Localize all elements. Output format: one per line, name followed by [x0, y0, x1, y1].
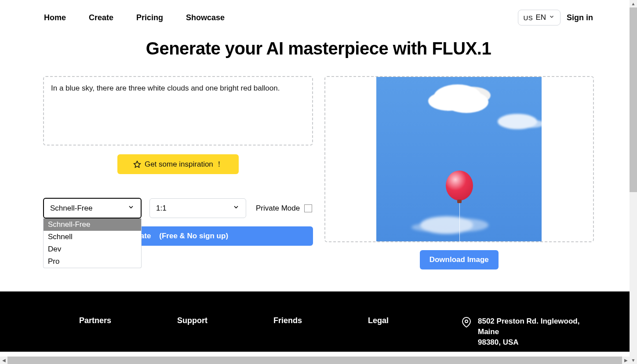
svg-marker-0	[134, 161, 140, 167]
page-title: Generate your AI masterpiece with FLUX.1	[0, 39, 637, 58]
model-option-dev[interactable]: Dev	[44, 243, 141, 255]
chevron-down-icon	[127, 204, 135, 213]
scrollbar-thumb[interactable]	[630, 7, 637, 192]
generated-image-box	[324, 76, 594, 242]
cloud-graphic	[498, 114, 537, 129]
lang-country: US	[524, 14, 533, 22]
nav-home[interactable]: Home	[44, 13, 66, 22]
star-icon	[133, 160, 141, 168]
model-option-schnell[interactable]: Schnell	[44, 231, 141, 243]
balloon-graphic	[446, 171, 473, 200]
inspiration-label: Get some inspiration ！	[145, 159, 223, 169]
footer-legal-heading: Legal	[368, 316, 389, 325]
inspiration-button[interactable]: Get some inspiration ！	[117, 154, 239, 174]
balloon-string-graphic	[459, 202, 460, 242]
nav-showcase[interactable]: Showcase	[186, 13, 225, 22]
footer: Partners Support Friends Legal 8502 Pres…	[0, 291, 637, 352]
private-mode-checkbox[interactable]	[304, 204, 312, 212]
download-button[interactable]: Download Image	[420, 250, 499, 269]
cloud-graphic	[420, 216, 473, 234]
ratio-select[interactable]: 1:1	[149, 198, 246, 218]
nav-create[interactable]: Create	[89, 13, 113, 22]
signin-link[interactable]: Sign in	[567, 13, 593, 22]
model-select[interactable]: Schnell-Free	[43, 198, 142, 218]
language-selector[interactable]: US EN	[518, 10, 561, 25]
private-mode-label: Private Mode	[256, 204, 300, 213]
footer-support-heading: Support	[177, 316, 207, 325]
chevron-down-icon	[233, 204, 240, 213]
model-option-schnell-free[interactable]: Schnell-Free	[44, 218, 141, 231]
model-option-pro[interactable]: Pro	[44, 255, 141, 268]
model-select-value: Schnell-Free	[50, 204, 92, 213]
model-dropdown: Schnell-Free Schnell Dev Pro	[43, 218, 142, 268]
ratio-select-value: 1:1	[156, 204, 167, 213]
generated-image	[376, 76, 542, 242]
footer-address: 8502 Preston Rd. Inglewood, Maine 98380,…	[478, 316, 580, 347]
scroll-up-arrow-icon[interactable]: ▲	[630, 0, 637, 7]
svg-point-1	[465, 320, 468, 323]
nav-pricing[interactable]: Pricing	[136, 13, 163, 22]
vertical-scrollbar[interactable]: ▲ ▼	[630, 0, 637, 352]
header: Home Create Pricing Showcase US EN Sign …	[0, 0, 637, 35]
lang-code: EN	[535, 13, 546, 22]
footer-partners-heading: Partners	[79, 316, 111, 325]
create-button-sub: (Free & No sign up)	[159, 232, 228, 240]
location-pin-icon	[461, 317, 472, 329]
prompt-input[interactable]: In a blue sky, there are three white clo…	[43, 76, 313, 146]
chevron-down-icon	[549, 13, 555, 22]
cloud-graphic	[433, 84, 482, 111]
main-nav: Home Create Pricing Showcase	[44, 13, 225, 22]
footer-friends-heading: Friends	[273, 316, 302, 325]
private-mode-toggle: Private Mode	[256, 204, 312, 213]
